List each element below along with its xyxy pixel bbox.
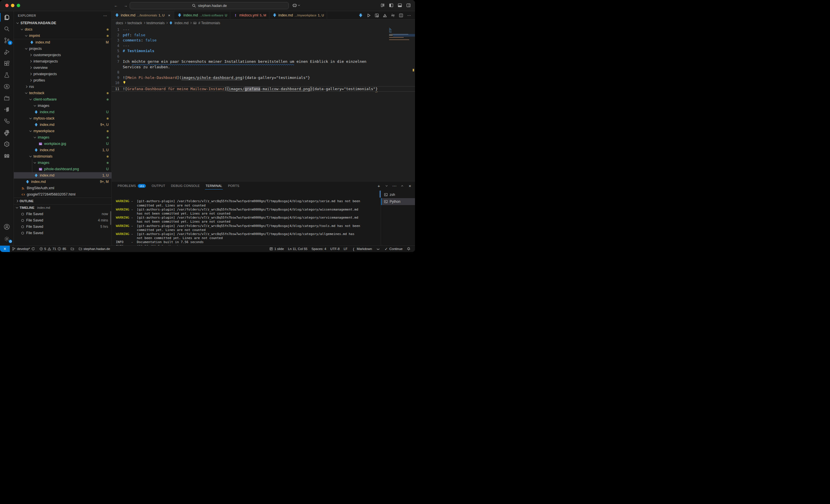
toggle-secondary-sidebar-button[interactable] (406, 3, 411, 8)
terminal-profile-dropdown[interactable] (384, 184, 389, 188)
tree-item-index-md[interactable]: index.md1, U (14, 172, 111, 178)
activity-bar-item-hex-tool[interactable] (0, 140, 13, 148)
panel-tab-debug-console[interactable]: DEBUG CONSOLE (168, 181, 202, 190)
command-center[interactable]: stephan.hadan.de (130, 2, 289, 9)
terminal-output[interactable]: WARNING - [git-authors-plugin] /var/fold… (112, 190, 381, 245)
close-panel-button[interactable]: × (408, 184, 412, 188)
activity-bar-item-run-and-debug[interactable] (0, 48, 13, 56)
more-actions-button[interactable]: ⋯ (407, 13, 412, 18)
breadcrumb-item[interactable]: techstack (127, 21, 142, 25)
breadcrumb-file[interactable]: index.md (174, 21, 189, 25)
tree-item-index-md[interactable]: index.mdM (14, 39, 111, 45)
copilot-menu[interactable] (292, 3, 300, 8)
status-slides-status[interactable]: 1 slide (267, 246, 286, 252)
tree-item-myworkplace[interactable]: myworkplace (14, 128, 111, 134)
tree-item-stephan-hadan-de[interactable]: STEPHAN.HADAN.DE (14, 20, 111, 26)
tree-item-customerprojects[interactable]: customerprojects (14, 52, 111, 58)
tree-item-images[interactable]: images (14, 160, 111, 166)
editor-tab-index-md[interactable]: index.md.../myworkplace1, U (269, 11, 327, 19)
customize-layout-button[interactable] (380, 3, 385, 8)
tree-item-profiles[interactable]: profiles (14, 77, 111, 83)
run-button[interactable] (366, 13, 371, 18)
forward-button[interactable]: → (123, 2, 129, 9)
activity-bar-item-object-hierarchy[interactable] (0, 117, 13, 125)
back-button[interactable]: ← (113, 2, 119, 9)
tree-item-images[interactable]: images (14, 103, 111, 109)
status-problems-status[interactable]: 57185 (37, 246, 68, 252)
explorer-more-actions-button[interactable]: ⋯ (103, 13, 107, 18)
new-terminal-button[interactable]: + (377, 184, 381, 188)
activity-bar-item-testing[interactable] (0, 71, 13, 79)
toggle-panel-button[interactable] (397, 3, 402, 8)
timeline-entry[interactable]: File Saved4 mins (14, 217, 111, 224)
status-branch-status[interactable]: develop* (10, 246, 37, 252)
minimize-window-button[interactable] (11, 4, 14, 7)
activity-bar-item-atlassian[interactable] (0, 83, 13, 90)
status-encoding-status[interactable]: UTF-8 (328, 246, 342, 252)
outline-section-header[interactable]: OUTLINE (14, 198, 111, 204)
tree-item-index-md[interactable]: index.mdU (14, 109, 111, 115)
tree-item-overview[interactable]: overview (14, 65, 111, 71)
tree-item-googlef727264f56832057-html[interactable]: googlef727264f56832057.html (14, 191, 111, 198)
tree-item-index-md[interactable]: index.md9+, U (14, 122, 111, 128)
tree-item-projects[interactable]: projects (14, 45, 111, 52)
status-eol-status[interactable]: LF (342, 246, 349, 252)
toggle-primary-sidebar-button[interactable] (389, 3, 394, 8)
activity-bar-item-python[interactable] (0, 129, 13, 136)
timeline-section-header[interactable]: TIMELINE index.md (14, 204, 111, 211)
activity-bar-item-extensions[interactable] (0, 60, 13, 67)
tree-item-imprint[interactable]: imprint (14, 33, 111, 39)
tree-item-bingsiteauth-xml[interactable]: BingSiteAuth.xml (14, 185, 111, 191)
tree-item-privateprojects[interactable]: privateprojects (14, 71, 111, 77)
close-tab-button[interactable]: × (167, 13, 171, 18)
panel-more-button[interactable]: ⋯ (392, 184, 396, 188)
timeline-entry[interactable]: File Savednow (14, 211, 111, 217)
close-window-button[interactable] (5, 4, 9, 7)
status-loading-status[interactable] (374, 246, 382, 252)
sidebar-scrollbar[interactable] (110, 211, 111, 225)
tree-item-testimonials[interactable]: testimonials (14, 153, 111, 160)
timeline-entry[interactable]: File Saved5 hrs (14, 224, 111, 230)
tree-item-workplace-jpg[interactable]: workplace.jpgU (14, 140, 111, 147)
editor-area[interactable]: 1---2pdf: false3comments: false4---5# Te… (112, 26, 415, 181)
activity-bar-item-accounts[interactable] (0, 223, 13, 230)
breadcrumb-symbol[interactable]: # Testimonials (198, 21, 220, 25)
tree-item-rss[interactable]: rss (14, 83, 111, 90)
zoom-window-button[interactable] (17, 4, 20, 7)
tree-item-client-software[interactable]: client-software (14, 96, 111, 103)
status-remote-indicator[interactable] (0, 246, 10, 252)
status-cursor-position[interactable]: Ln 11, Col 55 (286, 246, 310, 252)
activity-bar-item-search[interactable] (0, 25, 13, 33)
status-notifications-bell[interactable] (405, 246, 413, 252)
tree-item-index-md[interactable]: index.md9+, M (14, 178, 111, 185)
tree-item-internalprojects[interactable]: internalprojects (14, 58, 111, 65)
maximize-panel-button[interactable] (400, 184, 404, 188)
split-editor-button[interactable] (398, 13, 404, 18)
tree-item-images[interactable]: images (14, 134, 111, 140)
breadcrumb[interactable]: docstechstacktestimonialsindex.md# Testi… (112, 20, 415, 26)
activity-bar-item-source-control[interactable]: 9 (0, 37, 13, 44)
terminal-instance-zsh[interactable]: zsh (381, 191, 415, 198)
status-project-status[interactable]: stephan.hadan.de (76, 246, 112, 252)
tree-item-index-md[interactable]: index.md1, U (14, 147, 111, 153)
tree-item-techstack[interactable]: techstack (14, 90, 111, 96)
terminal-instance-python[interactable]: Python (381, 198, 415, 205)
open-changes-button[interactable] (390, 13, 395, 18)
panel-tab-output[interactable]: OUTPUT (149, 181, 168, 190)
status-indentation-status[interactable]: Spaces: 4 (310, 246, 328, 252)
terminal-scrollbar[interactable] (380, 191, 381, 198)
panel-tab-problems[interactable]: PROBLEMS161 (115, 181, 149, 190)
activity-bar-item-project-manager[interactable] (0, 94, 13, 102)
breadcrumb-item[interactable]: docs (116, 21, 123, 25)
activity-bar-item-collaborators[interactable] (0, 152, 13, 159)
tree-item-docs[interactable]: docs (14, 26, 111, 33)
status-continue-status[interactable]: ✓Continue (382, 246, 405, 252)
markdown-preview-button[interactable] (358, 13, 363, 18)
timeline-entry[interactable]: File Saved (14, 230, 111, 236)
panel-tab-ports[interactable]: PORTS (225, 181, 242, 190)
editor-tab-index-md[interactable]: index.md.../testimonials1, U× (112, 11, 174, 19)
panel-tab-terminal[interactable]: TERMINAL (202, 181, 225, 190)
activity-bar-item-explorer[interactable] (0, 13, 13, 21)
activity-bar-item-code-docs[interactable] (0, 106, 13, 113)
diagram-preview-button[interactable] (382, 13, 387, 18)
